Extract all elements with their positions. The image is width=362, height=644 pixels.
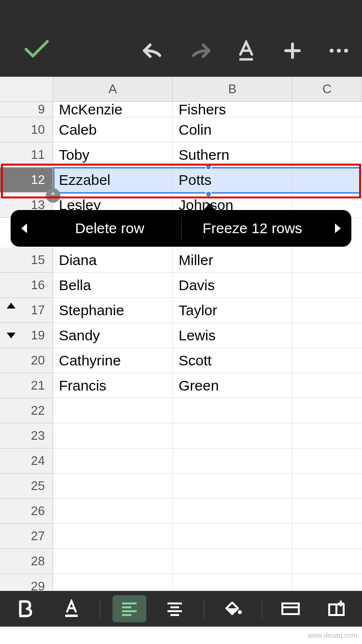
cell[interactable]	[292, 348, 362, 373]
table-row[interactable]: 19SandyLewis	[0, 323, 362, 348]
cell[interactable]	[53, 524, 173, 549]
table-row[interactable]: 10CalebColin	[0, 117, 362, 142]
table-row[interactable]: 17StephanieTaylor	[0, 298, 362, 323]
cell[interactable]: Diana	[53, 248, 173, 273]
context-menu-next[interactable]	[323, 210, 351, 247]
bold-button[interactable]	[9, 595, 42, 622]
row-header[interactable]: 25	[0, 474, 53, 499]
more-button[interactable]	[316, 36, 362, 65]
row-header[interactable]: 9	[0, 102, 53, 117]
context-menu-delete-row[interactable]: Delete row	[39, 210, 181, 247]
context-menu-freeze-rows[interactable]: Freeze 12 rows	[181, 210, 324, 247]
corner-cell[interactable]	[0, 77, 53, 102]
cell[interactable]	[292, 323, 362, 348]
table-row[interactable]: 27	[0, 524, 362, 549]
table-row[interactable]: 11TobySuthern	[0, 142, 362, 168]
cell[interactable]	[292, 423, 362, 448]
row-header[interactable]: 11	[0, 142, 53, 168]
cell[interactable]	[292, 117, 362, 142]
cell[interactable]	[292, 102, 362, 117]
cell[interactable]: Scott	[173, 348, 292, 373]
table-row[interactable]: 21FrancisGreen	[0, 373, 362, 398]
table-row[interactable]: 25	[0, 474, 362, 499]
row-header[interactable]: 17	[0, 298, 53, 323]
cell[interactable]: Fishers	[173, 102, 292, 117]
row-header[interactable]: 22	[0, 398, 53, 423]
cell[interactable]: Davis	[173, 273, 292, 298]
cell[interactable]	[292, 248, 362, 273]
cell[interactable]	[173, 398, 292, 423]
row-header[interactable]: 20	[0, 348, 53, 373]
cell[interactable]	[292, 273, 362, 298]
insert-cell-button[interactable]	[320, 595, 353, 622]
group-collapse-icon[interactable]	[7, 303, 15, 308]
cell[interactable]	[292, 298, 362, 323]
cell[interactable]	[173, 423, 292, 448]
row-header[interactable]: 26	[0, 499, 53, 524]
table-row[interactable]: 28	[0, 549, 362, 574]
row-header[interactable]: 23	[0, 423, 53, 448]
column-header-c[interactable]: C	[292, 77, 362, 102]
text-format-button[interactable]	[223, 36, 269, 65]
cell[interactable]	[173, 474, 292, 499]
cell[interactable]: Colin	[173, 117, 292, 142]
table-row[interactable]: 9McKenzieFishers	[0, 102, 362, 117]
cell[interactable]	[292, 474, 362, 499]
column-header-b[interactable]: B	[173, 77, 292, 102]
cell[interactable]: Toby	[53, 142, 173, 168]
cell[interactable]: Francis	[53, 373, 173, 398]
row-header[interactable]: 10	[0, 117, 53, 142]
redo-button[interactable]	[177, 36, 223, 65]
table-row[interactable]: 22	[0, 398, 362, 423]
row-header[interactable]: 19	[0, 323, 53, 348]
cell[interactable]	[53, 474, 173, 499]
table-row[interactable]: 24	[0, 448, 362, 474]
fill-color-button[interactable]	[216, 595, 250, 622]
cell[interactable]	[53, 549, 173, 574]
undo-button[interactable]	[130, 36, 177, 65]
text-color-button[interactable]	[55, 595, 88, 622]
cell[interactable]	[53, 499, 173, 524]
cell[interactable]: McKenzie	[53, 102, 173, 117]
cell[interactable]	[173, 448, 292, 474]
row-header[interactable]: 15	[0, 248, 53, 273]
cell[interactable]	[292, 549, 362, 574]
cell[interactable]	[292, 448, 362, 474]
cell[interactable]: Sandy	[53, 323, 173, 348]
cell[interactable]: Suthern	[173, 142, 292, 168]
row-resize-handle[interactable]	[46, 188, 60, 203]
row-header[interactable]: 28	[0, 549, 53, 574]
row-header[interactable]: 27	[0, 524, 53, 549]
align-center-button[interactable]	[158, 595, 192, 622]
table-row[interactable]: 26	[0, 499, 362, 524]
cell[interactable]: Cathyrine	[53, 348, 173, 373]
row-header[interactable]: 21	[0, 373, 53, 398]
column-header-a[interactable]: A	[53, 77, 173, 102]
table-row[interactable]: 16BellaDavis	[0, 273, 362, 298]
row-header[interactable]: 12	[0, 168, 53, 193]
selection-handle-bottom[interactable]	[205, 191, 212, 197]
cell[interactable]	[292, 398, 362, 423]
row-header[interactable]: 24	[0, 448, 53, 474]
cell[interactable]	[173, 524, 292, 549]
table-row[interactable]: 15DianaMiller	[0, 248, 362, 273]
cell[interactable]	[292, 524, 362, 549]
cell[interactable]: Caleb	[53, 117, 173, 142]
merge-cells-button[interactable]	[274, 595, 307, 622]
align-left-button[interactable]	[112, 595, 146, 622]
cell[interactable]	[53, 448, 173, 474]
table-row[interactable]: 23	[0, 423, 362, 448]
table-row[interactable]: 20CathyrineScott	[0, 348, 362, 373]
cell[interactable]	[292, 142, 362, 168]
row-header[interactable]: 16	[0, 273, 53, 298]
cell[interactable]	[292, 373, 362, 398]
insert-button[interactable]	[269, 36, 316, 65]
cell[interactable]: Miller	[173, 248, 292, 273]
accept-button[interactable]	[14, 34, 60, 63]
group-expand-icon[interactable]	[7, 333, 15, 338]
cell[interactable]: Stephanie	[53, 298, 173, 323]
cell[interactable]	[292, 499, 362, 524]
context-menu-prev[interactable]	[11, 210, 39, 247]
cell[interactable]: Taylor	[173, 298, 292, 323]
cell[interactable]: Green	[173, 373, 292, 398]
